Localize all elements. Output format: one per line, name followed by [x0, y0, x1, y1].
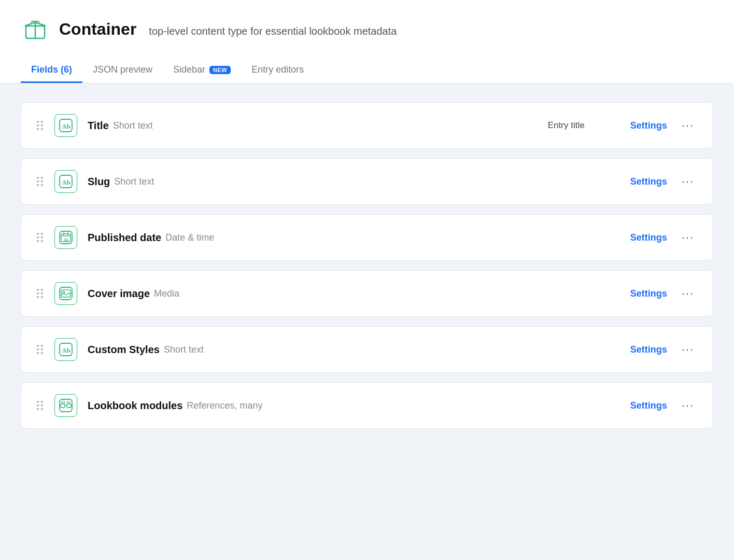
settings-button-custom-styles[interactable]: Settings — [626, 342, 671, 357]
more-menu-lookbook-modules[interactable]: ··· — [677, 397, 698, 414]
drag-handle-cover-image[interactable] — [36, 287, 44, 300]
field-row-custom-styles: Ab Custom Styles Short text Settings ··· — [21, 326, 713, 373]
tab-fields[interactable]: Fields (6) — [21, 58, 82, 83]
drag-handle-published-date[interactable] — [36, 231, 44, 244]
svg-rect-24 — [67, 401, 70, 403]
page-subtitle: top-level content type for essential loo… — [149, 25, 397, 37]
fields-list: Ab Title Short text Entry title Settings… — [0, 83, 734, 447]
svg-text:Ab: Ab — [62, 122, 70, 130]
more-menu-title[interactable]: ··· — [677, 117, 698, 134]
field-icon-references — [54, 394, 77, 417]
field-name-cover-image: Cover image — [88, 288, 150, 300]
tab-sidebar[interactable]: Sidebar NEW — [163, 58, 241, 83]
field-info-custom-styles: Custom Styles Short text — [88, 344, 616, 356]
svg-text:Ab: Ab — [62, 346, 70, 354]
more-menu-slug[interactable]: ··· — [677, 173, 698, 190]
field-icon-calendar: 31 — [54, 226, 77, 249]
tab-json-preview-label: JSON preview — [93, 64, 152, 75]
header-title-row: Container top-level content type for ess… — [59, 20, 397, 39]
settings-button-title[interactable]: Settings — [626, 118, 671, 133]
svg-text:31: 31 — [64, 237, 68, 242]
field-info-published-date: Published date Date & time — [88, 232, 616, 244]
field-type-lookbook-modules: References, many — [187, 400, 262, 411]
more-menu-published-date[interactable]: ··· — [677, 229, 698, 246]
tab-fields-label: Fields (6) — [31, 64, 72, 75]
tabs-bar: Fields (6) JSON preview Sidebar NEW Entr… — [21, 58, 713, 83]
new-badge: NEW — [209, 66, 231, 74]
tab-sidebar-label: Sidebar — [173, 64, 205, 75]
drag-handle-lookbook-modules[interactable] — [36, 399, 44, 412]
field-row-right-cover-image: Settings ··· — [626, 285, 698, 302]
settings-button-cover-image[interactable]: Settings — [626, 286, 671, 301]
drag-handle-custom-styles[interactable] — [36, 343, 44, 356]
field-icon-image — [54, 282, 77, 305]
field-name-lookbook-modules: Lookbook modules — [88, 400, 182, 412]
tab-entry-editors[interactable]: Entry editors — [241, 58, 314, 83]
svg-rect-23 — [62, 401, 65, 403]
field-icon-ab-slug: Ab — [54, 170, 77, 193]
tab-json-preview[interactable]: JSON preview — [82, 58, 163, 83]
field-type-slug: Short text — [114, 176, 154, 187]
drag-handle-title[interactable] — [36, 119, 44, 132]
field-icon-ab-title: Ab — [54, 114, 77, 137]
page-wrapper: Container top-level content type for ess… — [0, 0, 734, 560]
entry-title-badge: Entry title — [548, 120, 616, 131]
field-name-slug: Slug — [88, 176, 110, 188]
field-row-lookbook-modules: Lookbook modules References, many Settin… — [21, 382, 713, 429]
drag-handle-slug[interactable] — [36, 175, 44, 188]
field-row-title: Ab Title Short text Entry title Settings… — [21, 102, 713, 149]
field-type-cover-image: Media — [154, 288, 179, 299]
field-name-title: Title — [88, 120, 109, 132]
field-row-right-published-date: Settings ··· — [626, 229, 698, 246]
container-icon — [21, 15, 50, 44]
field-info-title: Title Short text Entry title — [88, 120, 616, 132]
settings-button-lookbook-modules[interactable]: Settings — [626, 398, 671, 413]
field-info-slug: Slug Short text — [88, 176, 616, 188]
svg-text:Ab: Ab — [62, 178, 70, 186]
field-row-right-custom-styles: Settings ··· — [626, 341, 698, 358]
field-name-custom-styles: Custom Styles — [88, 344, 160, 356]
field-icon-ab-custom-styles: Ab — [54, 338, 77, 361]
field-info-cover-image: Cover image Media — [88, 288, 616, 300]
field-row-cover-image: Cover image Media Settings ··· — [21, 270, 713, 317]
field-row-right-slug: Settings ··· — [626, 173, 698, 190]
field-type-custom-styles: Short text — [164, 344, 204, 355]
svg-point-3 — [34, 21, 37, 24]
more-menu-custom-styles[interactable]: ··· — [677, 341, 698, 358]
page-title: Container — [59, 20, 136, 39]
more-menu-cover-image[interactable]: ··· — [677, 285, 698, 302]
field-row-right-title: Settings ··· — [626, 117, 698, 134]
field-info-lookbook-modules: Lookbook modules References, many — [88, 400, 616, 412]
field-type-title: Short text — [113, 120, 153, 131]
tab-entry-editors-label: Entry editors — [251, 64, 304, 75]
svg-rect-21 — [67, 404, 71, 408]
header: Container top-level content type for ess… — [0, 0, 734, 83]
field-row-right-lookbook-modules: Settings ··· — [626, 397, 698, 414]
settings-button-published-date[interactable]: Settings — [626, 230, 671, 245]
header-top: Container top-level content type for ess… — [21, 15, 713, 56]
field-row-published-date: 31 Published date Date & time Settings ·… — [21, 214, 713, 261]
field-row-slug: Ab Slug Short text Settings ··· — [21, 158, 713, 205]
svg-rect-20 — [61, 404, 65, 408]
settings-button-slug[interactable]: Settings — [626, 174, 671, 189]
field-name-published-date: Published date — [88, 232, 161, 244]
field-type-published-date: Date & time — [165, 232, 214, 243]
